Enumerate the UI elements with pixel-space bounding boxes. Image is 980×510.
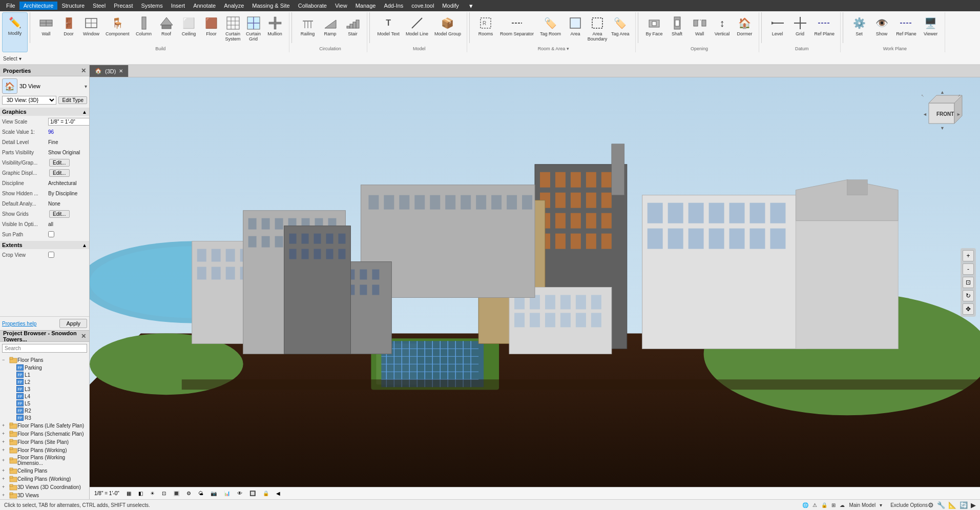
menu-analyze[interactable]: Analyze [220, 2, 248, 10]
tree-l3[interactable]: FP L3 [2, 385, 87, 393]
curtain-grid-button[interactable]: Curtain Grid [244, 13, 263, 45]
model-dropdown[interactable]: ▾ [880, 502, 882, 508]
status-icon-2[interactable]: 🔧 [937, 501, 945, 509]
stair-button[interactable]: Stair [342, 13, 364, 45]
tree-parking[interactable]: FP Parking [2, 364, 87, 371]
vertical-button[interactable]: ↕️ Vertical [712, 13, 733, 45]
view-select[interactable]: 3D View: {3D} [2, 96, 56, 105]
shading-btn[interactable]: ◧ [136, 489, 145, 497]
view-scale-input[interactable] [48, 118, 89, 126]
sun-path-checkbox[interactable] [48, 231, 54, 237]
room-separator-button[interactable]: Room Separator [497, 13, 536, 45]
tree-l5[interactable]: FP L5 [2, 400, 87, 407]
locked-3d-btn[interactable]: 🔒 [260, 489, 272, 497]
menu-view[interactable]: View [331, 2, 351, 10]
status-icon-1[interactable]: ⚙ [928, 501, 934, 509]
tree-l1[interactable]: FP L1 [2, 371, 87, 378]
viewer-button[interactable]: 🖥️ Viewer [920, 13, 942, 45]
nav-cube[interactable]: FRONT ▲ ◄ ► ▼ ↖ ↗ [919, 88, 965, 134]
options-button[interactable]: ▾ [465, 1, 477, 11]
tree-r2[interactable]: FP R2 [2, 407, 87, 414]
level-button[interactable]: Level [767, 13, 788, 45]
set-button[interactable]: ⚙️ Set [848, 13, 870, 45]
menu-modify[interactable]: Modify [438, 2, 463, 10]
menu-steel[interactable]: Steel [89, 2, 110, 10]
tree-floor-plans-working[interactable]: + Floor Plans (Working) [2, 446, 87, 454]
ref-plane-wp-button[interactable]: Ref Plane [893, 13, 919, 45]
shaft-button[interactable]: Shaft [666, 13, 688, 45]
render-btn[interactable]: 📷 [208, 489, 219, 497]
pan-button[interactable]: ✥ [963, 303, 974, 315]
menu-collaborate[interactable]: Collaborate [294, 2, 331, 10]
railing-button[interactable]: Railing [297, 13, 319, 45]
show-button[interactable]: 👁️ Show [871, 13, 892, 45]
tree-ceiling-plans-working[interactable]: + Ceiling Plans (Working) [2, 475, 87, 483]
modify-button[interactable]: ✏️ Modify [2, 12, 28, 52]
menu-precast[interactable]: Precast [110, 2, 137, 10]
room-button[interactable]: R Rooms [475, 13, 496, 45]
status-icon-3[interactable]: 📐 [948, 501, 956, 509]
roof-button[interactable]: Roof [156, 13, 177, 45]
dormer-button[interactable]: 🏠 Dormer [734, 13, 756, 45]
wall-button[interactable]: Wall [35, 13, 57, 45]
toggle-btn[interactable]: ◀ [274, 489, 283, 497]
view-properties-btn[interactable]: ⚙ [184, 489, 194, 497]
area-button[interactable]: Area [565, 13, 586, 45]
column-button[interactable]: Column [133, 13, 155, 45]
tree-floor-plans-working-dim[interactable]: + Floor Plans (Working Dimensio... [2, 454, 87, 466]
curtain-system-button[interactable]: Curtain System [223, 13, 243, 45]
edit-type-button[interactable]: Edit Type [58, 96, 87, 104]
menu-addins[interactable]: Add-Ins [380, 2, 407, 10]
thin-lines-btn[interactable]: ▦ [124, 489, 134, 497]
menu-massing[interactable]: Massing & Site [248, 2, 294, 10]
component-button[interactable]: 🪑 Component [103, 13, 132, 45]
visibility-btn[interactable]: 👁 [235, 489, 245, 497]
floor-button[interactable]: 🟫 Floor [201, 13, 222, 45]
menu-manage[interactable]: Manage [351, 2, 380, 10]
status-icon-4[interactable]: 🔄 [960, 501, 968, 509]
graphics-section-header[interactable]: Graphics ▲ [0, 108, 89, 116]
crop-view-checkbox[interactable] [48, 252, 54, 258]
tree-r3[interactable]: FP R3 [2, 414, 87, 421]
model-text-button[interactable]: T Model Text [375, 13, 402, 45]
tag-area-button[interactable]: 🏷️ Tag Area [609, 13, 632, 45]
tree-l2[interactable]: FP L2 [2, 378, 87, 385]
crop-btn[interactable]: ⊡ [159, 489, 169, 497]
menu-architecture[interactable]: Architecture [19, 2, 58, 10]
tree-3d-views[interactable]: + 3D Views [2, 491, 87, 499]
sun-settings-btn[interactable]: 🌤 [196, 489, 206, 497]
ceiling-button[interactable]: ⬜ Ceiling [178, 13, 200, 45]
menu-systems[interactable]: Systems [137, 2, 166, 10]
menu-file[interactable]: File [2, 2, 19, 10]
tree-3d-coordination[interactable]: + 3D Views (3D Coordination) [2, 483, 87, 491]
extents-section-header[interactable]: Extents ▲ [0, 241, 89, 249]
ref-plane-datum-button[interactable]: Ref Plane [812, 13, 838, 45]
section-box-btn[interactable]: 🔲 [247, 489, 258, 497]
menu-insert[interactable]: Insert [167, 2, 190, 10]
ramp-button[interactable]: Ramp [320, 13, 341, 45]
zoom-out-button[interactable]: - [963, 263, 974, 275]
apply-button[interactable]: Apply [59, 319, 87, 328]
wall-opening-button[interactable]: Wall [689, 13, 711, 45]
zoom-in-button[interactable]: + [963, 250, 974, 261]
area-boundary-button[interactable]: Area Boundary [587, 13, 608, 45]
tag-room-button[interactable]: 🏷️ Tag Room [537, 13, 564, 45]
visibility-edit-button[interactable]: Edit... [49, 159, 70, 167]
viewport-canvas[interactable]: FRONT ▲ ◄ ► ▼ ↖ ↗ + - ⊡ ↻ ✥ [90, 77, 980, 487]
status-icon-5[interactable]: ▶ [971, 501, 976, 509]
project-browser-close[interactable]: ✕ [81, 333, 86, 340]
tab-close-button[interactable]: ✕ [119, 68, 123, 74]
model-line-button[interactable]: Model Line [403, 13, 431, 45]
select-dropdown[interactable]: Select ▾ [3, 56, 22, 62]
orbit-button[interactable]: ↻ [963, 290, 974, 301]
hide-elements-btn[interactable]: 🔳 [171, 489, 182, 497]
tree-floor-plans-schematic[interactable]: + Floor Plans (Schematic Plan) [2, 430, 87, 438]
window-button[interactable]: Window [80, 13, 102, 45]
grid-button[interactable]: Grid [789, 13, 811, 45]
show-grids-edit-button[interactable]: Edit... [49, 210, 70, 218]
shadows-btn[interactable]: ☀ [148, 489, 157, 497]
project-browser-search[interactable] [2, 344, 87, 353]
type-dropdown[interactable]: ▾ [85, 84, 87, 89]
door-button[interactable]: 🚪 Door [58, 13, 79, 45]
tree-floor-plans-life-safety[interactable]: + Floor Plans (Life Safety Plan) [2, 421, 87, 430]
